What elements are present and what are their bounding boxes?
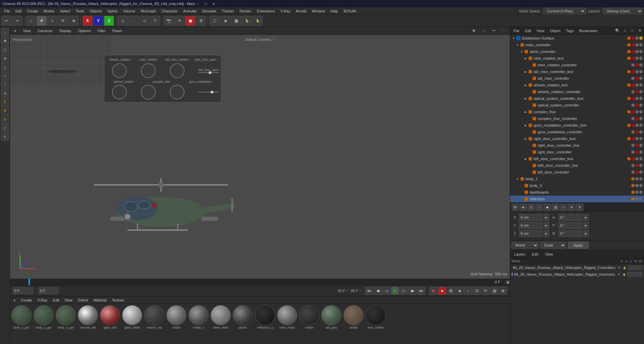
- redo-button[interactable]: ↪: [12, 16, 22, 26]
- layer-eye-ctrl[interactable]: 👁: [617, 265, 622, 270]
- vp-nav-3[interactable]: ↩: [490, 28, 498, 33]
- sidebar-icon-line[interactable]: ╱: [1, 124, 9, 132]
- tree-item-rdoor-ctrl[interactable]: right_door_controller: [510, 149, 644, 155]
- sidebar-icon-menu[interactable]: ≡: [1, 133, 9, 141]
- tree-item-body3[interactable]: body_3: [510, 182, 644, 189]
- material-body2[interactable]: body_2_gre: [34, 305, 54, 343]
- grid-button[interactable]: ⬡: [210, 16, 220, 26]
- rotate-button[interactable]: ⟳: [58, 16, 68, 26]
- prop-icon-2[interactable]: ◈: [520, 204, 527, 211]
- material-glass-white[interactable]: glass_white: [122, 305, 142, 343]
- selection-button[interactable]: □: [26, 16, 36, 26]
- tree-item-dashboards[interactable]: dashboards: [510, 189, 644, 196]
- om-bookmarks-btn[interactable]: Bookmarks: [577, 28, 599, 33]
- tree-arrow-main-ctrl[interactable]: ▼: [516, 43, 520, 47]
- x-axis-button[interactable]: X: [83, 16, 93, 26]
- coord-z-arrow[interactable]: ▶: [544, 230, 549, 237]
- hud-circle-optical[interactable]: [112, 85, 127, 99]
- om-edit-btn[interactable]: Edit: [523, 28, 533, 33]
- move-button[interactable]: ✥: [37, 16, 47, 26]
- menu-help[interactable]: Help: [328, 8, 341, 14]
- menu-spline[interactable]: Spline: [105, 8, 120, 14]
- mat-material-btn[interactable]: Material: [92, 297, 109, 303]
- prop-icon-8[interactable]: ≋: [568, 204, 575, 211]
- light-button[interactable]: ☀: [174, 16, 184, 26]
- viewport[interactable]: Perspective Default Camera ⁘ Grid Spacin…: [10, 35, 510, 279]
- vp-panel-btn[interactable]: Panel: [110, 28, 124, 33]
- layer-item-controllers[interactable]: Mi_28_Havoc_Russian_Attack_Helicopter_Ri…: [510, 264, 644, 271]
- layer-render-geo[interactable]: [633, 272, 637, 277]
- menu-create[interactable]: Create: [24, 8, 41, 14]
- tree-arrow-rotor-text[interactable]: ▶: [524, 56, 528, 60]
- menu-character[interactable]: Character: [159, 8, 180, 14]
- key-pos-button[interactable]: ○: [464, 287, 472, 295]
- material-textile[interactable]: textile: [343, 305, 364, 343]
- sidebar-icon-s1[interactable]: S: [1, 98, 9, 106]
- prop-icon-9[interactable]: ↯: [576, 204, 583, 211]
- mat-select-btn[interactable]: Select: [76, 297, 90, 303]
- sidebar-icon-8[interactable]: ⊘: [1, 89, 9, 97]
- coord-p-arrow[interactable]: ▶: [583, 222, 589, 229]
- prev-key-button[interactable]: ◁: [382, 287, 390, 295]
- tree-arrow-tail-text[interactable]: ▶: [524, 70, 528, 74]
- prop-icon-7[interactable]: ⊹: [560, 204, 567, 211]
- material-body3[interactable]: body_3_gre: [56, 305, 76, 343]
- menu-render[interactable]: Render: [237, 8, 254, 14]
- hud-circle-wheels[interactable]: [112, 63, 127, 78]
- layer-lock-geo[interactable]: 🔒: [622, 272, 627, 277]
- layer-vis-ctrl[interactable]: [628, 265, 632, 270]
- tree-arrow-body1[interactable]: ▼: [516, 177, 520, 181]
- menu-edit[interactable]: Edit: [13, 8, 24, 14]
- material-rubber[interactable]: rubber: [299, 305, 319, 343]
- layout-dropdown[interactable]: Startup (User): [603, 8, 643, 14]
- mat-view-btn[interactable]: View: [62, 297, 74, 303]
- scale-dropdown[interactable]: Scale: [540, 242, 566, 249]
- material-glass-red[interactable]: glass_red: [100, 305, 120, 343]
- frame-current-input[interactable]: [38, 287, 58, 294]
- tree-item-reflectors[interactable]: reflectors: [510, 196, 644, 202]
- om-star1-icon[interactable]: ☆: [622, 28, 628, 34]
- mat-texture-btn[interactable]: Texture: [110, 297, 126, 303]
- timeline-button[interactable]: ≣: [499, 287, 507, 295]
- tree-arrow-guns-text[interactable]: ▶: [524, 123, 528, 127]
- menu-file[interactable]: File: [1, 8, 13, 14]
- menu-3dtoall[interactable]: 3DToAll: [340, 8, 359, 14]
- tree-item-ldoor-text[interactable]: ▶ left_door_controller_text: [510, 155, 644, 162]
- menu-arnold[interactable]: Arnold: [293, 8, 309, 14]
- vp-display-btn[interactable]: Display: [57, 28, 74, 33]
- prev-frame-button[interactable]: ◀: [374, 287, 382, 295]
- transform-button[interactable]: ⊕: [69, 16, 79, 26]
- layer-render-ctrl[interactable]: [633, 265, 638, 270]
- om-close-icon[interactable]: ✕: [637, 28, 643, 34]
- coord-p-input[interactable]: [558, 222, 582, 229]
- coord-y-input[interactable]: [519, 222, 542, 229]
- material-tail-grey[interactable]: tail_grey: [321, 305, 341, 343]
- tree-arrow-complex[interactable]: ▶: [524, 110, 528, 114]
- tree-arrow-ldoor-text[interactable]: ▶: [524, 157, 528, 161]
- goto-start-button[interactable]: ⏮: [365, 287, 373, 295]
- sidebar-icon-2[interactable]: ✥: [1, 37, 9, 45]
- coord-y-arrow[interactable]: ▶: [544, 222, 549, 229]
- next-key-button[interactable]: ▷: [400, 287, 408, 295]
- coord-h-input[interactable]: [558, 214, 582, 221]
- point-mode-button[interactable]: ·: [128, 16, 139, 26]
- tree-item-complex[interactable]: ▶ complex_thor: [510, 109, 644, 115]
- prop-icon-5[interactable]: ◆: [544, 204, 551, 211]
- sidebar-icon-3[interactable]: ⬡: [1, 46, 9, 54]
- coord-b-arrow[interactable]: ▶: [583, 230, 589, 237]
- tree-arrow-spine-ctrl[interactable]: ▼: [520, 50, 524, 54]
- timeline-scroll-up[interactable]: ▲: [506, 280, 510, 284]
- python-button[interactable]: 🐍: [242, 16, 252, 26]
- python2-button[interactable]: 🐍: [253, 16, 263, 26]
- tree-arrow-wheels-text[interactable]: ▶: [524, 83, 528, 87]
- key-all-button[interactable]: ⊞: [447, 287, 455, 295]
- sidebar-icon-5[interactable]: △: [1, 63, 9, 71]
- key-sel-button[interactable]: ◈: [455, 287, 464, 295]
- minimize-button[interactable]: ─: [195, 1, 200, 6]
- menu-window[interactable]: Window: [309, 8, 327, 14]
- menu-volume[interactable]: Volume: [120, 8, 138, 14]
- sidebar-icon-6[interactable]: □: [1, 72, 9, 80]
- tree-item-tail-text[interactable]: ▶ tail_rotor_controller_text: [510, 68, 644, 75]
- prop-icon-3[interactable]: ⊡: [528, 204, 535, 211]
- mat-edit-btn[interactable]: Edit: [51, 297, 61, 303]
